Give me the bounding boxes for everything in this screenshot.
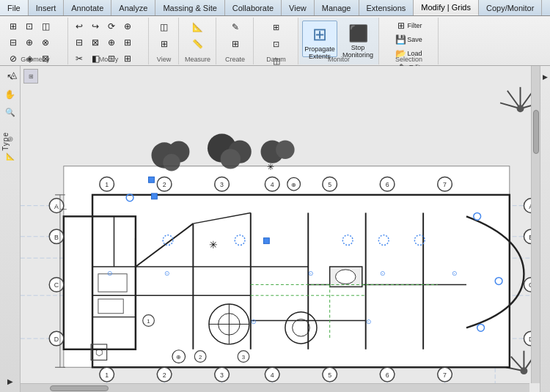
vertical-scrollbar[interactable] [531,66,540,383]
selection-group: ⊞ Filter 💾 Save 📂 Load ✎ Edit Selection [380,18,439,64]
tab-collaborate[interactable]: Collaborate [225,0,282,15]
filter-label: Filter [408,22,422,29]
stop-monitoring-button[interactable]: ⬛ Stop Monitoring [340,21,375,57]
modify-btn-8[interactable]: ⊞ [120,35,135,50]
ribbon: File Insert Annotate Analyze Massing & S… [0,0,550,66]
create-btn-1[interactable]: ✎ [224,19,247,35]
svg-point-104 [276,140,294,158]
modify-btn-6[interactable]: ⊠ [88,35,103,50]
svg-point-99 [163,154,180,171]
view-btn-2[interactable]: ⊞ [153,36,175,52]
geometry-group-label: Geometry [3,56,67,63]
propagate-extents-button[interactable]: ⊞ Propagate Extents [302,21,337,57]
vertical-scroll-thumb[interactable] [533,110,539,154]
right-panel: ▶ [540,66,550,392]
svg-text:—: — [60,205,67,212]
svg-text:⊙: ⊙ [380,270,386,277]
geometry-btn-5[interactable]: ⊕ [22,35,37,50]
svg-point-102 [221,149,241,169]
svg-text:D: D [54,336,59,343]
svg-text:4: 4 [271,181,274,188]
filter-button[interactable]: ⊞ Filter [393,19,425,32]
tab-modify-grids[interactable]: Modify | Grids [414,0,479,15]
svg-text:1: 1 [105,371,109,379]
svg-text:2: 2 [163,371,166,379]
geometry-btn-3[interactable]: ◫ [38,19,53,34]
datum-btn-1[interactable]: ⊞ [265,19,288,35]
svg-rect-91 [151,193,157,199]
svg-text:1: 1 [105,181,109,188]
modify-btn-5[interactable]: ⊟ [72,35,87,50]
tab-extensions[interactable]: Extensions [359,0,414,15]
svg-text:⊙: ⊙ [107,270,113,277]
svg-point-115 [521,367,528,374]
svg-text:C: C [54,281,59,289]
tab-manage[interactable]: Manage [315,0,359,15]
save-label: Save [407,36,422,43]
geometry-btn-6[interactable]: ⊗ [38,35,53,50]
svg-text:B: B [54,234,59,241]
svg-text:7: 7 [443,181,447,188]
save-button[interactable]: 💾 Save [392,33,425,46]
geometry-btn-1[interactable]: ⊞ [6,19,21,34]
modify-btn-2[interactable]: ↪ [88,19,103,34]
modify-btn-7[interactable]: ⊕ [104,35,119,50]
canvas-area[interactable]: 1 2 3 4 5 6 7 1 2 3 4 5 6 [21,66,540,392]
view-btn-1[interactable]: ◫ [153,19,175,35]
svg-text:5: 5 [328,371,331,379]
tab-file[interactable]: File [0,0,29,15]
tab-insert[interactable]: Insert [29,0,65,15]
tab-massing-site[interactable]: Massing & Site [155,0,224,15]
create-btn-2[interactable]: ⊞ [224,36,247,52]
measure-group-label: Measure [180,56,216,63]
expand-tool[interactable]: ▶ [2,373,18,389]
ribbon-tab-bar: File Insert Annotate Analyze Massing & S… [0,0,550,16]
measure-btn-1[interactable]: 📐 [186,19,210,35]
svg-text:7: 7 [443,371,447,379]
left-toolbar: ↖ ✋ 🔍 ⊕ 📐 ▶ Type [0,66,21,392]
monitor-group: ⊞ Propagate Extents ⬛ Stop Monitoring Mo… [299,18,379,64]
type-label: Type [1,132,10,151]
geometry-group: ⊞ ⊡ ◫ ⊟ ⊕ ⊗ ⊘ [3,18,68,64]
svg-text:⬡: ⬡ [95,347,103,357]
tab-view[interactable]: View [282,0,315,15]
nav-cube[interactable]: ⊞ [23,69,38,84]
modify-btn-1[interactable]: ↩ [72,19,87,34]
filter-icon: ⊞ [396,21,406,31]
view-area: ↖ ✋ 🔍 ⊕ 📐 ▶ Type [0,66,550,392]
view-group-label: View [150,56,178,63]
svg-point-110 [517,105,524,112]
svg-text:3: 3 [242,354,246,360]
zoom-tool[interactable]: 🔍 [2,104,18,120]
horizontal-scroll-thumb[interactable] [50,385,109,391]
measure-group: 📐 📏 Measure [180,18,216,64]
svg-text:✳: ✳ [267,162,274,171]
modify-group: ↩ ↪ ⟳ ⊕ ⊟ ⊠ ⊕ [69,18,149,64]
svg-text:⊙: ⊙ [308,270,314,277]
svg-text:6: 6 [386,181,389,188]
geometry-btn-2[interactable]: ⊡ [22,19,37,34]
datum-group-label: Datum [254,56,298,63]
modify-btn-3[interactable]: ⟳ [104,19,119,34]
tab-analyze[interactable]: Analyze [111,0,155,15]
measure-btn-2[interactable]: 📏 [186,36,210,52]
svg-text:2: 2 [199,354,202,360]
floor-plan-svg: 1 2 3 4 5 6 7 1 2 3 4 5 6 [21,66,540,392]
svg-text:⊙: ⊙ [164,270,170,277]
geometry-btn-10[interactable]: ◬ [6,67,21,82]
selection-group-label: Selection [380,56,438,63]
svg-rect-85 [149,177,155,182]
modify-btn-4[interactable]: ⊕ [120,19,135,34]
horizontal-scrollbar[interactable] [21,383,529,392]
modify-group-label: Modify [69,56,148,63]
svg-text:A: A [54,203,59,210]
svg-text:4: 4 [271,371,274,379]
geometry-btn-4[interactable]: ⊟ [6,35,21,50]
svg-text:3: 3 [220,181,224,188]
tab-copy-monitor[interactable]: Copy/Monitor [479,0,542,15]
create-group-label: Create [217,56,253,63]
svg-rect-86 [263,238,269,244]
datum-btn-2[interactable]: ⊡ [265,36,288,52]
tab-annotate[interactable]: Annotate [64,0,111,15]
svg-text:1: 1 [147,318,150,325]
